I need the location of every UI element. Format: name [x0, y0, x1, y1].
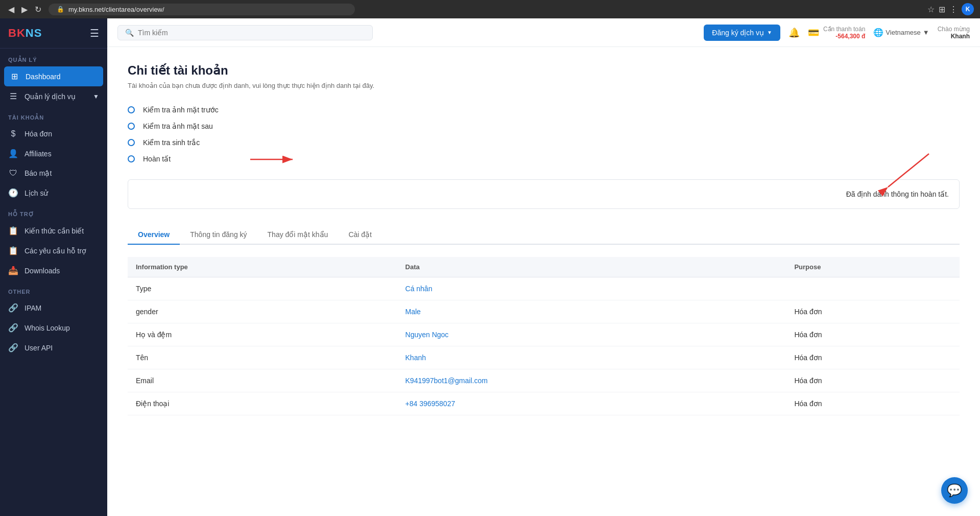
link-icon-2: 🔗 — [8, 323, 18, 333]
cell-data: K941997bot1@gmail.com — [397, 369, 786, 392]
browser-bar: ◀ ▶ ↻ 🔒 my.bkns.net/clientarea/overview/… — [0, 0, 980, 18]
table-row: Họ và đệm Nguyen Ngoc Hóa đơn — [128, 323, 960, 346]
people-icon: 👤 — [8, 149, 18, 158]
username-text: Khanh — [951, 33, 970, 40]
menu-icon[interactable]: ⋮ — [949, 5, 958, 14]
sidebar-item-label: IPAM — [25, 304, 41, 312]
sidebar-item-label: Whois Lookup — [25, 324, 70, 332]
sidebar-item-history[interactable]: 🕐 Lịch sử — [0, 183, 107, 203]
sidebar-item-label: Downloads — [25, 267, 60, 275]
table-row: gender Male Hóa đơn — [128, 300, 960, 323]
chevron-down-icon: ▼ — [93, 93, 99, 100]
info-table: Information type Data Purpose Type Cá nh… — [128, 257, 960, 415]
sidebar-item-label: Dashboard — [26, 73, 61, 81]
sidebar-item-ipam[interactable]: 🔗 IPAM — [0, 298, 107, 318]
main-content: Chi tiết tài khoản Tài khoản của bạn chư… — [107, 47, 980, 516]
sidebar-item-label: Các yêu cầu hỗ trợ — [25, 247, 86, 255]
sidebar-item-invoices[interactable]: $ Hóa đơn — [0, 124, 107, 144]
user-greeting: Chào mừng Khanh — [938, 26, 970, 40]
cell-purpose: Hóa đơn — [786, 346, 960, 369]
globe-icon: 🌐 — [873, 28, 883, 37]
sidebar-item-dashboard[interactable]: ⊞ Dashboard — [4, 66, 103, 86]
bookmark-icon[interactable]: ☆ — [927, 5, 935, 14]
refresh-button[interactable]: ↻ — [33, 4, 43, 15]
sidebar-item-affiliates[interactable]: 👤 Affiliates — [0, 144, 107, 163]
tab-registration-info[interactable]: Thông tin đăng ký — [180, 225, 257, 245]
header-actions: Đăng ký dịch vụ ▼ 🔔 💳 Cần thanh toán -56… — [704, 25, 970, 41]
verification-steps: Kiểm tra ảnh mặt trước Kiểm tra ảnh mặt … — [128, 106, 960, 163]
step-label-2: Kiểm tra ảnh mặt sau — [143, 122, 213, 130]
sidebar-item-label: Hóa đơn — [25, 130, 52, 138]
cell-info-type: gender — [128, 300, 397, 323]
cell-data: Nguyen Ngoc — [397, 323, 786, 346]
book-icon: 📋 — [8, 226, 18, 236]
browser-nav-buttons: ◀ ▶ ↻ — [6, 4, 43, 15]
sidebar-item-label: Báo mật — [25, 169, 52, 177]
sidebar-item-security[interactable]: 🛡 Báo mật — [0, 163, 107, 183]
step-1: Kiểm tra ảnh mặt trước — [128, 106, 960, 114]
cell-data: Cá nhân — [397, 277, 786, 300]
cell-purpose — [786, 277, 960, 300]
sidebar-item-label: Affiliates — [25, 150, 52, 158]
tab-settings[interactable]: Cài đặt — [338, 225, 382, 245]
cell-data: +84 396958027 — [397, 392, 786, 415]
language-button[interactable]: 🌐 Vietnamese ▼ — [873, 28, 929, 37]
sidebar-item-knowledge[interactable]: 📋 Kiến thức cần biết — [0, 221, 107, 241]
forward-button[interactable]: ▶ — [19, 4, 30, 15]
step-label-4: Hoàn tất — [143, 155, 171, 163]
step-circle-2 — [128, 123, 135, 130]
url-text: my.bkns.net/clientarea/overview/ — [68, 6, 164, 13]
api-icon: 🔗 — [8, 343, 18, 353]
history-icon: 🕐 — [8, 188, 18, 198]
cell-info-type: Điện thoại — [128, 392, 397, 415]
chat-button[interactable]: 💬 — [941, 477, 968, 504]
cell-purpose: Hóa đơn — [786, 323, 960, 346]
download-icon: 📥 — [8, 266, 18, 275]
register-service-button[interactable]: Đăng ký dịch vụ ▼ — [704, 25, 780, 41]
lock-icon: 🔒 — [57, 6, 64, 13]
cell-info-type: Tên — [128, 346, 397, 369]
sidebar-item-support-requests[interactable]: 📋 Các yêu cầu hỗ trợ — [0, 241, 107, 261]
search-bar[interactable]: 🔍 — [117, 25, 373, 40]
step-label-3: Kiểm tra sinh trắc — [143, 138, 200, 147]
app-container: BKNS ☰ QUẢN LÝ ⊞ Dashboard ☰ Quản lý dịc… — [0, 18, 980, 516]
sidebar-item-label: Lịch sử — [25, 189, 48, 197]
language-label: Vietnamese — [886, 29, 920, 36]
sidebar-item-label: Quản lý dịch vụ — [25, 92, 76, 101]
completion-message: Đã định danh thông tin hoàn tất. — [846, 190, 949, 198]
cell-purpose: Hóa đơn — [786, 392, 960, 415]
greeting-text: Chào mừng — [938, 26, 970, 33]
page-title: Chi tiết tài khoản — [128, 63, 960, 78]
dropdown-arrow-icon: ▼ — [767, 30, 772, 35]
back-button[interactable]: ◀ — [6, 4, 16, 15]
sidebar-logo: BKNS ☰ — [0, 18, 107, 49]
sidebar-item-label: Kiến thức cần biết — [25, 227, 84, 235]
cell-data: Male — [397, 300, 786, 323]
cell-purpose: Hóa đơn — [786, 369, 960, 392]
browser-actions: ☆ ⊞ ⋮ K — [927, 3, 974, 15]
sidebar-item-downloads[interactable]: 📥 Downloads — [0, 261, 107, 280]
notification-bell-button[interactable]: 🔔 — [788, 27, 800, 38]
tab-overview[interactable]: Overview — [128, 225, 180, 245]
hamburger-button[interactable]: ☰ — [90, 27, 99, 39]
sidebar-item-whois[interactable]: 🔗 Whois Lookup — [0, 318, 107, 338]
sidebar-item-service-management[interactable]: ☰ Quản lý dịch vụ ▼ — [0, 86, 107, 106]
col-header-purpose: Purpose — [786, 257, 960, 277]
step-3: Kiểm tra sinh trắc — [128, 138, 960, 147]
page-subtitle: Tài khoản của bạn chưa được định danh, v… — [128, 82, 960, 89]
sidebar-item-user-api[interactable]: 🔗 User API — [0, 338, 107, 358]
cell-purpose: Hóa đơn — [786, 300, 960, 323]
tab-change-password[interactable]: Thay đổi mật khẩu — [257, 225, 339, 245]
search-input[interactable] — [138, 29, 365, 37]
step-label-1: Kiểm tra ảnh mặt trước — [143, 106, 219, 114]
address-bar[interactable]: 🔒 my.bkns.net/clientarea/overview/ — [49, 4, 355, 15]
link-icon: 🔗 — [8, 303, 18, 313]
col-header-info-type: Information type — [128, 257, 397, 277]
header: 🔍 Đăng ký dịch vụ ▼ 🔔 💳 Cần thanh toán -… — [107, 18, 980, 47]
balance-label: Cần thanh toán — [823, 26, 865, 33]
step-circle-1 — [128, 106, 135, 113]
completion-section: Đã định danh thông tin hoàn tất. — [128, 179, 960, 209]
section-label-management: QUẢN LÝ — [0, 49, 107, 66]
logo: BKNS — [8, 27, 42, 40]
extension-icon[interactable]: ⊞ — [939, 5, 945, 14]
